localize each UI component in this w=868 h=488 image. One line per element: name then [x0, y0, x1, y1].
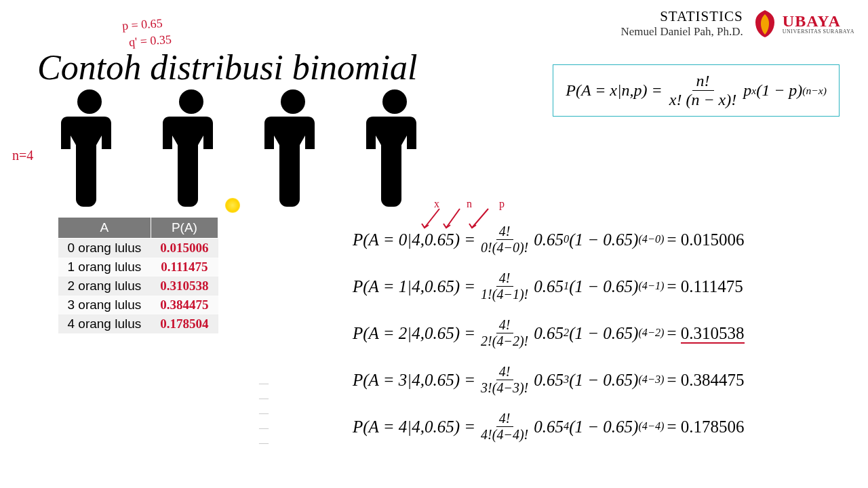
calc-den: 0!(4−0)!: [478, 240, 531, 256]
calc-result: = 0.015006: [667, 230, 744, 249]
formula-den: x! (n − x)!: [665, 91, 741, 109]
calc-num: 4!: [496, 224, 513, 240]
table-header-row: A P(A): [58, 218, 218, 239]
person-icon: [363, 88, 427, 207]
calc-q-base: (1 − 0.65): [569, 230, 638, 249]
calc-q-exp: (4−3): [638, 373, 664, 386]
dash: —: [259, 376, 269, 391]
annotation-p: p = 0.65: [121, 16, 163, 33]
col-a: A: [58, 218, 151, 239]
calc-num: 4!: [496, 270, 513, 287]
calc-p-base: 0.65: [534, 371, 564, 390]
ubaya-logo: UBAYA UNIVERSITAS SURABAYA: [751, 9, 854, 39]
dash: —: [259, 391, 269, 406]
person-icon: [159, 88, 224, 207]
col-pa: P(A): [151, 218, 218, 239]
calc-lhs: P(A = 1|4,0.65) =: [353, 277, 475, 296]
probability-table: A P(A) 0 orang lulus0.015006 1 orang lul…: [58, 217, 218, 333]
calc-row: P(A = 1|4,0.65) = 4!1!(4−1)! 0.651 (1 − …: [353, 270, 745, 302]
logo-text: UBAYA UNIVERSITAS SURABAYA: [783, 13, 854, 35]
cell-a: 4 orang lulus: [58, 314, 151, 333]
person-icon: [261, 88, 326, 207]
svg-point-4: [179, 89, 203, 114]
calc-p-base: 0.65: [534, 324, 564, 343]
annotation-q: q' = 0.35: [128, 33, 172, 49]
calc-q-exp: (4−0): [638, 233, 664, 246]
logo-emblem-icon: [751, 9, 778, 39]
calc-q-base: (1 − 0.65): [569, 418, 638, 436]
calc-p-exp: 4: [564, 420, 569, 433]
calc-lhs: P(A = 2|4,0.65) =: [353, 324, 475, 343]
formula-lhs: P(A = x|n,p) =: [566, 81, 663, 100]
calc-result: = 0.178506: [667, 418, 744, 436]
dash: —: [259, 406, 269, 421]
formula-p-exp: x: [751, 85, 756, 97]
dash: —: [259, 436, 269, 451]
cell-a: 2 orang lulus: [58, 277, 151, 296]
calc-row: P(A = 4|4,0.65) = 4!4!(4−4)! 0.654 (1 − …: [353, 411, 745, 443]
calc-p-base: 0.65: [534, 230, 564, 249]
cell-pa: 0.015006: [151, 239, 218, 258]
dash: —: [259, 421, 269, 436]
people-row: [58, 88, 427, 207]
calc-q-base: (1 − 0.65): [569, 277, 638, 296]
binomial-formula: P(A = x|n,p) = n! x! (n − x)! px (1 − p)…: [553, 64, 840, 117]
svg-point-5: [281, 89, 305, 114]
calc-row: P(A = 2|4,0.65) = 4!2!(4−2)! 0.652 (1 − …: [353, 317, 745, 349]
table-row: 0 orang lulus0.015006: [58, 239, 218, 258]
calc-row: P(A = 3|4,0.65) = 4!3!(4−3)! 0.653 (1 − …: [353, 364, 745, 396]
calc-num: 4!: [496, 411, 513, 427]
calc-q-base: (1 − 0.65): [569, 371, 638, 390]
calc-num: 4!: [496, 317, 513, 333]
cell-pa: 0.384475: [151, 296, 218, 314]
cell-pa: 0.111475: [151, 258, 218, 277]
slide-header: STATISTICS Nemuel Daniel Pah, Ph.D. UBAY…: [620, 8, 854, 39]
calc-den: 2!(4−2)!: [478, 333, 531, 349]
logo-name: UBAYA: [783, 13, 854, 29]
laser-pointer-icon: [225, 198, 240, 213]
cell-a: 0 orang lulus: [58, 239, 151, 258]
svg-point-6: [382, 89, 407, 114]
calc-lhs: P(A = 4|4,0.65) =: [353, 418, 475, 436]
calculation-block: P(A = 0|4,0.65) = 4!0!(4−0)! 0.650 (1 − …: [353, 224, 745, 458]
cell-a: 1 orang lulus: [58, 258, 151, 277]
calc-den: 1!(4−1)!: [478, 287, 531, 302]
calc-q-exp: (4−1): [638, 280, 664, 293]
calc-p-base: 0.65: [534, 418, 564, 436]
slide-title: Contoh distribusi binomial: [37, 47, 418, 87]
svg-point-3: [77, 89, 102, 114]
calc-lhs: P(A = 3|4,0.65) =: [353, 371, 475, 390]
table-row: 3 orang lulus0.384475: [58, 296, 218, 314]
calc-q-exp: (4−2): [638, 327, 664, 340]
cell-pa: 0.310538: [151, 277, 218, 296]
calc-p-exp: 0: [564, 233, 569, 246]
calc-p-exp: 1: [564, 280, 569, 293]
calc-den: 4!(4−4)!: [478, 427, 531, 443]
calc-p-exp: 3: [564, 373, 569, 386]
calc-p-exp: 2: [564, 327, 569, 340]
header-text: STATISTICS Nemuel Daniel Pah, Ph.D.: [620, 8, 743, 39]
calc-result: = 0.384475: [667, 371, 744, 390]
formula-fraction: n! x! (n − x)!: [665, 72, 741, 109]
calc-q-exp: (4−4): [638, 420, 664, 433]
table-row: 2 orang lulus0.310538: [58, 277, 218, 296]
table-row: 4 orang lulus0.178504: [58, 314, 218, 333]
logo-subtitle: UNIVERSITAS SURABAYA: [783, 29, 854, 35]
course-name: STATISTICS: [620, 8, 743, 25]
annotation-n: n=4: [12, 148, 33, 163]
table-row: 1 orang lulus0.111475: [58, 258, 218, 277]
calc-result: = 0.111475: [667, 277, 743, 296]
formula-num: n!: [692, 72, 714, 91]
calc-q-base: (1 − 0.65): [569, 324, 638, 343]
calc-lhs: P(A = 0|4,0.65) =: [353, 230, 475, 249]
formula-p: p: [743, 81, 751, 100]
formula-q: (1 − p): [756, 81, 802, 100]
formula-q-exp: (n−x): [802, 85, 827, 97]
cell-pa: 0.178504: [151, 314, 218, 333]
cell-a: 3 orang lulus: [58, 296, 151, 314]
author-name: Nemuel Daniel Pah, Ph.D.: [620, 25, 743, 39]
calc-row: P(A = 0|4,0.65) = 4!0!(4−0)! 0.650 (1 − …: [353, 224, 745, 256]
calc-result: = 0.310538: [667, 324, 744, 343]
calc-num: 4!: [496, 364, 513, 380]
calc-den: 3!(4−3)!: [478, 380, 531, 396]
